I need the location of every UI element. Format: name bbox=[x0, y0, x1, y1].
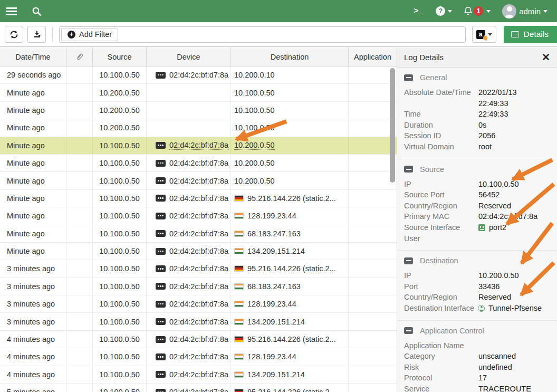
table-row[interactable]: 29 seconds ago10.100.0.5002:d4:2c:bf:d7:… bbox=[0, 66, 397, 84]
device-mac[interactable]: 02:d4:2c:bf:d7:8a bbox=[169, 230, 228, 238]
download-button[interactable] bbox=[27, 26, 46, 43]
cell-device bbox=[146, 102, 231, 119]
device-mac[interactable]: 02:d4:2c:bf:d7:8a bbox=[169, 159, 228, 167]
column-header-device[interactable]: Device bbox=[146, 47, 231, 66]
device-mac[interactable]: 02:d4:2c:bf:d7:8a bbox=[169, 212, 228, 220]
destination-ip[interactable]: 95.216.144.226 (static.2... bbox=[247, 194, 336, 203]
table-row[interactable]: Minute ago10.100.0.5002:d4:2c:bf:d7:8a12… bbox=[0, 207, 397, 225]
cell-source: 10.100.0.50 bbox=[92, 155, 146, 171]
device-mac[interactable]: 02:d4:2c:bf:d7:8a bbox=[169, 194, 228, 203]
section-header[interactable]: Destination bbox=[397, 251, 557, 269]
chevron-down-icon bbox=[488, 33, 492, 36]
device-mac[interactable]: 02:d4:2c:bf:d7:8a bbox=[169, 388, 228, 392]
cell-device: 02:d4:2c:bf:d7:8a bbox=[146, 366, 231, 383]
collapse-minus-icon[interactable] bbox=[404, 257, 413, 264]
device-mac[interactable]: 02:d4:2c:bf:d7:8a bbox=[169, 71, 228, 79]
flag-de-icon bbox=[234, 265, 244, 272]
destination-ip[interactable]: 10.100.0.50 bbox=[234, 89, 275, 97]
destination-ip[interactable]: 68.183.247.163 bbox=[247, 230, 301, 238]
table-row[interactable]: Minute ago10.200.0.5010.100.0.50 bbox=[0, 102, 397, 119]
collapse-minus-icon[interactable] bbox=[404, 74, 413, 81]
help-menu-button[interactable]: ? bbox=[433, 6, 455, 16]
device-mac[interactable]: 02:d4:2c:bf:d7:8a bbox=[169, 247, 228, 255]
detail-value: 10.200.0.50 bbox=[478, 270, 519, 281]
menu-icon[interactable] bbox=[6, 7, 17, 15]
table-row[interactable]: Minute ago10.100.0.5002:d4:2c:bf:d7:8a10… bbox=[0, 155, 397, 172]
device-mac[interactable]: 02:d4:2c:bf:d7:8a bbox=[169, 300, 228, 308]
destination-ip[interactable]: 128.199.23.44 bbox=[247, 352, 296, 361]
column-header-application[interactable]: Application bbox=[348, 47, 397, 66]
cell-device: 02:d4:2c:bf:d7:8a bbox=[146, 155, 231, 171]
filter-input[interactable]: + Add Filter bbox=[59, 26, 466, 43]
destination-ip[interactable]: 95.216.144.226 (static.2... bbox=[247, 335, 336, 343]
destination-ip[interactable]: 134.209.151.214 bbox=[247, 318, 305, 326]
table-row[interactable]: 3 minutes ago10.100.0.5002:d4:2c:bf:d7:8… bbox=[0, 313, 397, 330]
destination-ip[interactable]: 10.200.0.50 bbox=[234, 159, 275, 167]
destination-ip[interactable]: 95.216.144.226 (static.2 bbox=[247, 388, 330, 392]
detail-label: Category bbox=[404, 351, 478, 362]
column-header-datetime[interactable]: Date/Time bbox=[0, 47, 66, 66]
search-icon[interactable] bbox=[32, 6, 42, 16]
table-row[interactable]: 5 minutes ago10.100.0.5002:d4:2c:bf:d7:8… bbox=[0, 384, 397, 392]
section-header[interactable]: Application Control bbox=[397, 321, 557, 339]
cell-source: 10.100.0.50 bbox=[92, 137, 146, 154]
table-row[interactable]: Minute ago10.200.0.5010.100.0.50 bbox=[0, 84, 397, 101]
column-header-source[interactable]: Source bbox=[92, 47, 146, 66]
collapse-minus-icon[interactable] bbox=[404, 166, 413, 173]
destination-ip[interactable]: 128.199.23.44 bbox=[247, 212, 296, 220]
details-toggle-button[interactable]: Details bbox=[504, 26, 557, 43]
destination-ip[interactable]: 10.100.0.50 bbox=[234, 106, 275, 114]
table-row[interactable]: Minute ago10.100.0.5002:d4:2c:bf:d7:8a68… bbox=[0, 225, 397, 243]
section-header[interactable]: General bbox=[397, 68, 557, 85]
add-filter-button[interactable]: + Add Filter bbox=[61, 28, 118, 41]
device-mac[interactable]: 02:d4:2c:bf:d7:8a bbox=[169, 370, 228, 379]
device-mac[interactable]: 02:d4:2c:bf:d7:8a bbox=[169, 352, 228, 361]
destination-ip[interactable]: 128.199.23.44 bbox=[247, 300, 296, 308]
destination-ip[interactable]: 68.183.247.163 bbox=[247, 282, 301, 291]
table-row[interactable]: Minute ago10.100.0.5002:d4:2c:bf:d7:8a95… bbox=[0, 190, 397, 207]
detail-row: Virtual Domainroot bbox=[404, 141, 550, 152]
detail-row: ServiceTRACEROUTE bbox=[404, 384, 550, 392]
cell-datetime: 5 minutes ago bbox=[0, 384, 66, 392]
device-mac[interactable]: 02:d4:2c:bf:d7:8a bbox=[169, 282, 228, 291]
device-mac[interactable]: 02:d4:2c:bf:d7:8a bbox=[169, 141, 228, 150]
destination-ip[interactable]: 10.200.0.50 bbox=[234, 141, 275, 150]
panel-sections: GeneralAbsolute Date/Time2022/01/13 22:4… bbox=[397, 68, 557, 392]
destination-ip[interactable]: 10.100.0.50 bbox=[234, 123, 275, 132]
refresh-button[interactable] bbox=[5, 26, 23, 43]
destination-ip[interactable]: 10.200.0.50 bbox=[234, 177, 275, 185]
table-row[interactable]: Minute ago10.100.0.5002:d4:2c:bf:d7:8a13… bbox=[0, 243, 397, 260]
cell-datetime: 4 minutes ago bbox=[0, 348, 66, 365]
destination-ip[interactable]: 95.216.144.226 (static.2... bbox=[247, 264, 336, 273]
cell-device: 02:d4:2c:bf:d7:8a bbox=[146, 137, 231, 154]
notifications-button[interactable]: 1 bbox=[460, 6, 494, 16]
user-menu-button[interactable]: admin bbox=[499, 4, 551, 18]
destination-ip[interactable]: 134.209.151.214 bbox=[247, 247, 305, 255]
section-header[interactable]: Source bbox=[397, 159, 557, 177]
table-row[interactable]: Minute ago10.100.0.5002:d4:2c:bf:d7:8a10… bbox=[0, 137, 397, 155]
table-row[interactable]: 3 minutes ago10.100.0.5002:d4:2c:bf:d7:8… bbox=[0, 295, 397, 313]
device-mac[interactable]: 02:d4:2c:bf:d7:8a bbox=[169, 264, 228, 273]
table-row[interactable]: 3 minutes ago10.100.0.5002:d4:2c:bf:d7:8… bbox=[0, 260, 397, 278]
table-row[interactable]: 3 minutes ago10.100.0.5002:d4:2c:bf:d7:8… bbox=[0, 278, 397, 295]
collapse-minus-icon[interactable] bbox=[404, 327, 413, 334]
cell-application bbox=[348, 384, 397, 392]
device-mac[interactable]: 02:d4:2c:bf:d7:8a bbox=[169, 318, 228, 326]
device-mac[interactable]: 02:d4:2c:bf:d7:8a bbox=[169, 335, 228, 343]
close-icon[interactable]: ✕ bbox=[542, 52, 550, 62]
flag-in-icon bbox=[234, 213, 244, 219]
destination-ip[interactable]: 10.200.0.10 bbox=[234, 71, 275, 79]
table-row[interactable]: 4 minutes ago10.100.0.5002:d4:2c:bf:d7:8… bbox=[0, 331, 397, 348]
column-header-attachment[interactable] bbox=[66, 47, 92, 66]
cli-console-button[interactable]: >_ bbox=[410, 7, 427, 16]
cell-datetime: Minute ago bbox=[0, 155, 66, 171]
table-row[interactable]: Minute ago10.100.0.5002:d4:2c:bf:d7:8a10… bbox=[0, 172, 397, 189]
table-scrollbar-thumb[interactable] bbox=[390, 68, 395, 183]
table-row[interactable]: 4 minutes ago10.100.0.5002:d4:2c:bf:d7:8… bbox=[0, 348, 397, 366]
table-row[interactable]: Minute ago10.200.0.5010.100.0.50 bbox=[0, 119, 397, 137]
device-mac[interactable]: 02:d4:2c:bf:d7:8a bbox=[169, 177, 228, 185]
column-header-destination[interactable]: Destination bbox=[231, 47, 348, 66]
table-row[interactable]: 4 minutes ago10.100.0.5002:d4:2c:bf:d7:8… bbox=[0, 366, 397, 384]
log-format-dropdown-button[interactable]: a bbox=[472, 26, 496, 43]
destination-ip[interactable]: 134.209.151.214 bbox=[247, 370, 305, 379]
